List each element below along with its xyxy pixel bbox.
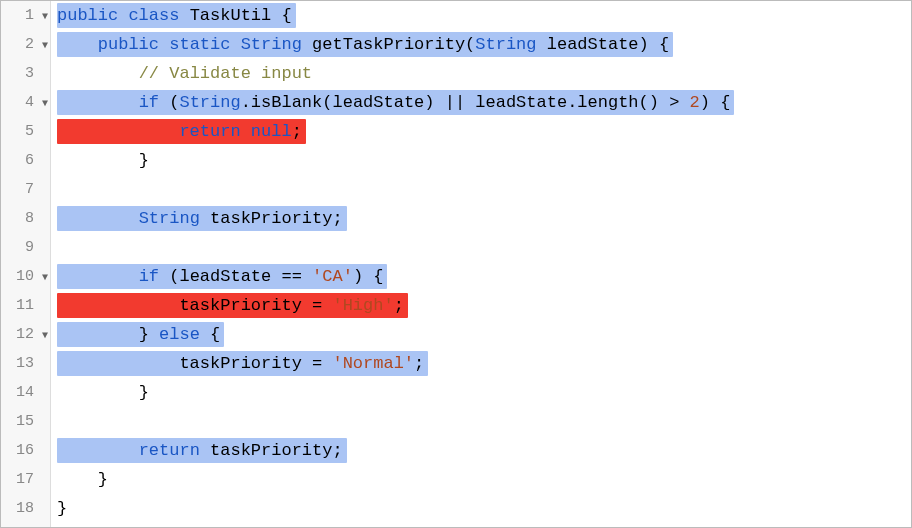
indent xyxy=(57,209,139,228)
keyword-token: public xyxy=(98,35,159,54)
code-line: if (leadState == 'CA') { xyxy=(57,262,911,291)
brace-token: } xyxy=(139,151,149,170)
gutter: 1▼ 2▼ 3 4▼ 5 6 7 8 9 10▼ 11 12▼ 13 14 15… xyxy=(1,1,51,527)
code-editor: 1▼ 2▼ 3 4▼ 5 6 7 8 9 10▼ 11 12▼ 13 14 15… xyxy=(0,0,912,528)
indent xyxy=(57,151,139,170)
line-number: 18 xyxy=(16,500,48,517)
line-number: 14 xyxy=(16,384,48,401)
line-number: 6 xyxy=(25,152,48,169)
class-name-token: TaskUtil xyxy=(190,6,272,25)
indent xyxy=(57,64,139,83)
code-line: } xyxy=(57,378,911,407)
dot-token: . xyxy=(241,93,251,112)
indent xyxy=(57,383,139,402)
gutter-row: 8 xyxy=(1,204,50,233)
code-line: public class TaskUtil { xyxy=(57,1,911,30)
string-token: 'High' xyxy=(332,296,393,315)
coverage-highlight-blue: if (String.isBlank(leadState) || leadSta… xyxy=(57,90,734,115)
code-line: } xyxy=(57,146,911,175)
coverage-highlight-blue: taskPriority = 'Normal'; xyxy=(57,351,428,376)
code-area[interactable]: public class TaskUtil { public static St… xyxy=(51,1,911,527)
coverage-highlight-blue: if (leadState == 'CA') { xyxy=(57,264,387,289)
coverage-highlight-blue: return taskPriority; xyxy=(57,438,347,463)
var-token: taskPriority; xyxy=(200,209,343,228)
line-number: 3 xyxy=(25,65,48,82)
code-line: taskPriority = 'Normal'; xyxy=(57,349,911,378)
line-number: 13 xyxy=(16,355,48,372)
indent xyxy=(57,122,179,141)
gutter-row: 5 xyxy=(1,117,50,146)
paren-token: ( xyxy=(465,35,475,54)
gutter-row: 7 xyxy=(1,175,50,204)
args-token: (leadState) xyxy=(322,93,434,112)
line-number: 9 xyxy=(25,239,48,256)
code-line: return taskPriority; xyxy=(57,436,911,465)
operator-token: > xyxy=(659,93,690,112)
code-line xyxy=(57,233,911,262)
code-line: } xyxy=(57,494,911,523)
coverage-highlight-blue: String taskPriority; xyxy=(57,206,347,231)
gutter-row: 10▼ xyxy=(1,262,50,291)
fold-icon[interactable]: ▼ xyxy=(42,10,48,21)
keyword-token: if xyxy=(139,267,159,286)
coverage-highlight-blue: public static String getTaskPriority(Str… xyxy=(57,32,673,57)
keyword-token: return xyxy=(139,441,200,460)
code-line: if (String.isBlank(leadState) || leadSta… xyxy=(57,88,911,117)
indent xyxy=(57,93,139,112)
assign-token: taskPriority = xyxy=(179,296,332,315)
keyword-token: if xyxy=(139,93,159,112)
line-number: 11 xyxy=(16,297,48,314)
gutter-row: 16 xyxy=(1,436,50,465)
gutter-row: 3 xyxy=(1,59,50,88)
fold-icon[interactable]: ▼ xyxy=(42,39,48,50)
indent xyxy=(57,325,139,344)
brace-token: } xyxy=(139,325,159,344)
code-line: taskPriority = 'High'; xyxy=(57,291,911,320)
gutter-row: 13 xyxy=(1,349,50,378)
type-token: String xyxy=(475,35,536,54)
code-line xyxy=(57,407,911,436)
indent xyxy=(57,296,179,315)
fold-icon[interactable]: ▼ xyxy=(42,271,48,282)
indent xyxy=(57,441,139,460)
var-token: taskPriority; xyxy=(200,441,343,460)
line-number: 17 xyxy=(16,471,48,488)
line-number: 8 xyxy=(25,210,48,227)
coverage-highlight-blue: } else { xyxy=(57,322,224,347)
indent xyxy=(57,35,98,54)
gutter-row: 11 xyxy=(1,291,50,320)
brace-token: } xyxy=(139,383,149,402)
tail-token: ) { xyxy=(639,35,670,54)
number-token: 2 xyxy=(690,93,700,112)
param-token: leadState xyxy=(547,35,639,54)
fold-icon[interactable]: ▼ xyxy=(42,329,48,340)
semicolon-token: ; xyxy=(414,354,424,373)
gutter-row: 15 xyxy=(1,407,50,436)
tail-token: ) { xyxy=(700,93,731,112)
expr-token: (leadState == xyxy=(159,267,312,286)
method-token: isBlank xyxy=(251,93,322,112)
line-number: 16 xyxy=(16,442,48,459)
semicolon-token: ; xyxy=(292,122,302,141)
indent xyxy=(57,267,139,286)
type-token: String xyxy=(179,93,240,112)
gutter-row: 14 xyxy=(1,378,50,407)
tail-token: { xyxy=(200,325,220,344)
string-token: 'Normal' xyxy=(332,354,414,373)
method-token: getTaskPriority xyxy=(312,35,465,54)
coverage-highlight-red: return null; xyxy=(57,119,306,144)
keyword-token: public xyxy=(57,6,118,25)
operator-token: || xyxy=(435,93,476,112)
paren-token: ( xyxy=(159,93,179,112)
keyword-token: else xyxy=(159,325,200,344)
null-token: null xyxy=(251,122,292,141)
code-line: public static String getTaskPriority(Str… xyxy=(57,30,911,59)
assign-token: taskPriority = xyxy=(179,354,332,373)
keyword-token: class xyxy=(128,6,179,25)
expr-token: leadState.length() xyxy=(475,93,659,112)
coverage-highlight-red: taskPriority = 'High'; xyxy=(57,293,408,318)
fold-icon[interactable]: ▼ xyxy=(42,97,48,108)
gutter-row: 4▼ xyxy=(1,88,50,117)
coverage-highlight-blue: public class TaskUtil { xyxy=(57,3,296,28)
gutter-row: 9 xyxy=(1,233,50,262)
